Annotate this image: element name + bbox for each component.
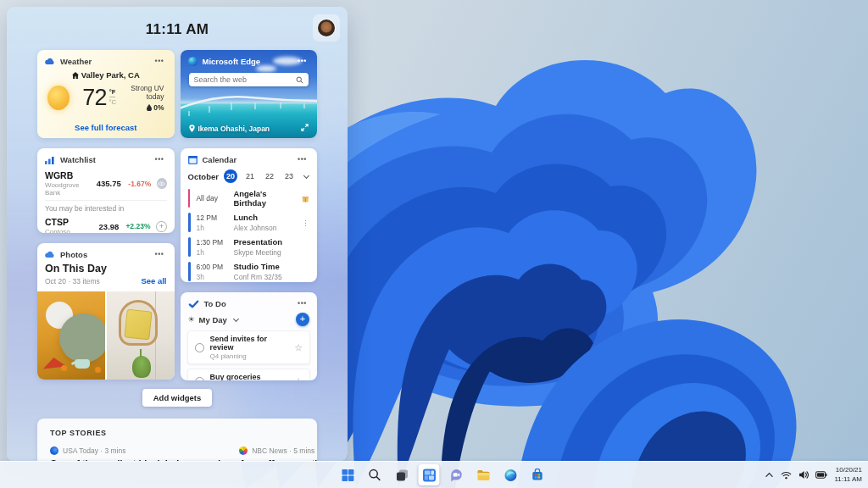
add-to-watchlist-button[interactable]: + [156,221,166,232]
calendar-icon [188,155,198,164]
battery-icon[interactable] [815,471,827,479]
calendar-event[interactable]: All day Angela's Birthday [188,186,310,210]
task-view-icon [395,469,409,482]
photo-thumbnail[interactable] [107,291,175,380]
taskbar: 10/20/21 11:11 AM [0,461,868,488]
calendar-day-selected[interactable]: 20 [224,169,237,183]
widget-menu-button[interactable]: ••• [153,249,167,260]
todo-check-icon [188,300,199,308]
photos-heading: On This Day [37,263,175,274]
weather-temperature: 72 °F °C [82,86,115,109]
news-article[interactable]: NBC News · 5 mins Are coffee naps the an… [239,446,348,462]
location-pin-icon [189,125,195,132]
add-widgets-button[interactable]: Add widgets [142,389,212,407]
usa-today-icon [50,446,58,455]
search-button[interactable] [364,464,385,485]
stock-symbol: CTSP [45,217,93,227]
calendar-event[interactable]: 12 PM1h Lunch Alex Johnson ⋮ [188,210,310,235]
widget-menu-button[interactable]: ••• [295,154,309,165]
chat-icon [449,469,463,482]
my-day-sun-icon: ☀ [188,315,195,324]
hidden-icons-chevron[interactable] [765,471,774,479]
top-stories-card: TOP STORIES USA Today · 3 mins One of th… [37,419,317,462]
my-day-selector[interactable]: My Day [199,315,227,324]
star-icon[interactable]: ☆ [294,377,303,381]
widget-title: Watchlist [60,155,96,164]
watch-toggle-button[interactable] [157,178,166,189]
weather-condition: Strong UV today [116,84,164,101]
eye-icon [158,181,165,186]
widgets-button[interactable] [418,464,439,485]
weather-location: Valley Park, CA [37,70,175,80]
photos-widget[interactable]: Photos ••• On This Day Oct 20 · 33 items… [37,243,175,380]
edge-logo-icon [504,469,517,482]
watchlist-widget[interactable]: Watchlist ••• WGRB Woodgrove Bank 435.75… [37,148,175,233]
wifi-icon[interactable] [781,471,792,480]
weather-precipitation: 0% [116,103,164,112]
task-item[interactable]: Send invites for reviewQ4 planning ☆ [187,330,311,364]
photos-subtitle: Oct 20 · 33 items [45,277,100,286]
article-meta: NBC News · 5 mins [252,446,314,455]
stock-value: 435.75 [97,179,121,188]
edge-widget[interactable]: Microsoft Edge ••• Ikema Ohashi, Japan [181,50,318,138]
taskbar-clock[interactable]: 10/20/21 11:11 AM [834,466,862,485]
calendar-month: October [188,172,219,181]
stock-row[interactable]: WGRB Woodgrove Bank 435.75 -1.67% [37,168,175,198]
start-button[interactable] [337,464,358,485]
volume-icon[interactable] [798,470,809,480]
widgets-grid: Weather ••• Valley Park, CA 72 °F [37,50,317,380]
task-checkbox[interactable] [195,343,204,352]
calendar-day[interactable]: 21 [243,169,257,183]
widget-menu-button[interactable]: ••• [295,298,309,309]
expand-icon[interactable] [301,124,309,133]
sunny-icon [47,86,70,110]
search-icon [296,76,303,84]
widget-menu-button[interactable]: ••• [153,56,167,67]
edge-search-bar[interactable] [189,73,309,86]
calendar-widget[interactable]: Calendar ••• October 20 21 22 23 [181,148,318,282]
edge-button[interactable] [499,464,520,485]
nbc-news-icon [239,446,248,455]
see-full-forecast-link[interactable]: See full forecast [37,123,175,132]
photo-thumbnail[interactable] [37,291,105,380]
droplet-icon [147,104,152,111]
stock-company: Contoso [45,228,93,233]
chevron-down-icon[interactable] [233,315,239,321]
see-all-link[interactable]: See all [141,276,166,286]
edge-photo-caption: Ikema Ohashi, Japan [198,125,270,133]
widget-menu-button[interactable]: ••• [153,154,167,165]
calendar-event[interactable]: 1:30 PM1h Presentation Skype Meeting [188,235,310,259]
task-checkbox[interactable] [195,377,204,381]
chevron-down-icon[interactable] [303,172,309,178]
home-icon [72,72,79,79]
add-task-button[interactable]: + [296,313,309,326]
watchlist-chart-icon [45,156,55,164]
star-icon[interactable]: ☆ [294,343,303,352]
gift-icon [302,195,309,202]
watchlist-suggestion-label: You may be interested in [45,200,167,214]
todo-widget[interactable]: To Do ••• ☀ My Day + Send invites for re… [181,292,318,380]
edge-search-input[interactable] [194,75,297,84]
chat-button[interactable] [445,464,466,485]
event-menu-icon[interactable]: ⋮ [302,219,309,227]
fahrenheit-toggle[interactable]: °F [109,88,116,97]
stock-row[interactable]: CTSP Contoso 23.98 +2.23% + [37,214,175,233]
store-button[interactable] [526,464,548,485]
task-item[interactable]: Buy groceriesTasks ☆ [187,369,311,380]
taskbar-date: 10/20/21 [834,466,862,475]
widgets-panel: 11:11 AM Weather ••• Valley Park, CA [7,7,348,462]
task-view-button[interactable] [391,464,412,485]
calendar-day[interactable]: 23 [282,169,296,183]
calendar-day[interactable]: 22 [263,169,276,183]
profile-button[interactable] [313,14,340,42]
widget-title: Calendar [203,155,237,164]
stock-change: -1.67% [127,180,152,188]
weather-widget[interactable]: Weather ••• Valley Park, CA 72 °F [37,50,175,138]
celsius-toggle[interactable]: °C [108,97,115,106]
widget-menu-button[interactable]: ••• [295,56,309,67]
news-article[interactable]: USA Today · 3 mins One of the smallest b… [50,446,220,462]
file-explorer-button[interactable] [472,464,493,485]
edge-logo-icon [188,57,198,66]
calendar-event[interactable]: 6:00 PM3h Studio Time Conf Rm 32/35 [188,259,310,282]
article-meta: USA Today · 3 mins [63,446,126,455]
